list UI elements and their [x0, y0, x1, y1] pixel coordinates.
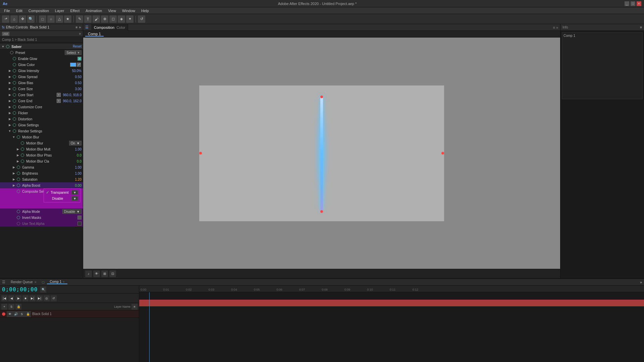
- saber-group-header[interactable]: ▼ Saber Reset: [0, 44, 83, 50]
- tl-solo-all[interactable]: ≡: [131, 304, 138, 310]
- tl-lock[interactable]: 🔒: [15, 304, 21, 310]
- comp1-menu[interactable]: ≡: [63, 280, 64, 284]
- panel-menu-icon[interactable]: ≡: [76, 25, 78, 29]
- invert-masks-checkbox[interactable]: [77, 216, 82, 220]
- home-btn[interactable]: ⌂: [10, 15, 18, 23]
- menu-window[interactable]: Window: [119, 8, 138, 13]
- mb-cla-value[interactable]: 0.0: [77, 160, 82, 163]
- brush-tool-btn[interactable]: 🖌: [93, 15, 100, 23]
- render-queue-tab[interactable]: Render Queue ✕: [8, 280, 40, 284]
- customize-core-row[interactable]: ▶ Customize Core: [0, 104, 83, 110]
- rot-tool-btn[interactable]: ↺: [138, 15, 145, 23]
- layer-solo[interactable]: S: [19, 311, 25, 317]
- disable-dropdown[interactable]: ▼: [71, 196, 78, 201]
- rect-tool-btn[interactable]: □: [39, 15, 46, 23]
- tl-ram-preview[interactable]: ◎: [44, 295, 50, 301]
- glow-bias-value[interactable]: 0.50: [75, 81, 82, 85]
- text-tool-btn[interactable]: T: [84, 15, 92, 23]
- render-settings-row[interactable]: ▼ Render Settings: [0, 128, 83, 134]
- expand-arrows[interactable]: »: [79, 32, 81, 36]
- transparent-dropdown[interactable]: ▼: [71, 190, 78, 195]
- new-comp-btn[interactable]: ⬏: [2, 15, 9, 23]
- layer-bar[interactable]: [139, 300, 644, 306]
- use-text-alpha-checkbox[interactable]: [77, 222, 82, 226]
- tl-new-layer[interactable]: +: [1, 304, 7, 310]
- glow-color-swatch[interactable]: [70, 63, 76, 67]
- menu-layer[interactable]: Layer: [52, 8, 67, 13]
- mb-phas-value[interactable]: 0.0: [77, 154, 82, 157]
- playhead[interactable]: [149, 292, 150, 362]
- flicker-row[interactable]: ▶ Flicker: [0, 110, 83, 116]
- clone-tool-btn[interactable]: ⊕: [101, 15, 108, 23]
- tl-first-frame[interactable]: |◀: [1, 295, 7, 301]
- poly-tool-btn[interactable]: △: [56, 15, 63, 23]
- tl-next-frame[interactable]: ▶|: [30, 295, 36, 301]
- menu-composition[interactable]: Composition: [26, 8, 52, 13]
- roto-tool-btn[interactable]: ◈: [118, 15, 125, 23]
- enable-glow-checkbox[interactable]: [77, 57, 82, 61]
- menu-view[interactable]: View: [105, 8, 119, 13]
- panel-expand-icon[interactable]: »: [79, 25, 81, 29]
- layer-lock[interactable]: 🔒: [25, 311, 31, 317]
- menu-edit[interactable]: Edit: [13, 8, 25, 13]
- composite-option-transparent[interactable]: ✓ Transparent ▼: [44, 189, 80, 195]
- puppet-tool-btn[interactable]: ✦: [126, 15, 133, 23]
- glow-intensity-value[interactable]: 50.0%: [72, 69, 82, 73]
- brightness-value[interactable]: 1.00: [75, 172, 82, 175]
- saturation-value[interactable]: 1.20: [75, 178, 82, 181]
- maximize-btn[interactable]: □: [631, 1, 635, 6]
- tl-stop[interactable]: ■: [22, 295, 29, 301]
- glow-intensity-row: ▶ Glow Intensity 50.0%: [0, 68, 83, 74]
- motion-blur-dropdown[interactable]: On ▼: [69, 141, 82, 145]
- star-tool-btn[interactable]: ★: [64, 15, 71, 23]
- glow-spread-value[interactable]: 0.50: [75, 75, 82, 79]
- rq-close[interactable]: ✕: [34, 281, 37, 284]
- motion-blur-group-row[interactable]: ▼ Motion Blur: [0, 134, 83, 140]
- vp-zoom-fit[interactable]: ⊡: [109, 270, 116, 277]
- eraser-tool-btn[interactable]: ◻: [109, 15, 117, 23]
- core-end-value[interactable]: 960.0, 162.0: [63, 99, 82, 103]
- core-size-value[interactable]: 3.00: [75, 87, 82, 91]
- core-start-value[interactable]: 960.0, 918.0: [63, 93, 82, 97]
- mb-mult-value[interactable]: 1.00: [75, 147, 82, 151]
- gamma-value[interactable]: 1.00: [75, 166, 82, 169]
- alpha-boost-value[interactable]: 0.00: [75, 184, 82, 187]
- distortion-row[interactable]: ▶ Distortion: [0, 116, 83, 122]
- tl-solo[interactable]: S: [8, 304, 14, 310]
- preset-dropdown[interactable]: Select ▼: [65, 50, 82, 55]
- tl-search-btn[interactable]: 🔍: [40, 287, 46, 293]
- tl-play[interactable]: ▶: [15, 295, 21, 301]
- hand-tool-btn[interactable]: ✥: [19, 15, 26, 23]
- menu-file[interactable]: File: [1, 8, 13, 13]
- ellipse-tool-btn[interactable]: ○: [47, 15, 55, 23]
- vp-audio-btn[interactable]: ♪: [85, 270, 92, 277]
- composite-option-disable[interactable]: Disable ▼: [44, 195, 80, 201]
- menu-effect[interactable]: Effect: [67, 8, 82, 13]
- tl-last-frame[interactable]: ▶|: [37, 295, 43, 301]
- vp-grid-btn[interactable]: ⊞: [101, 270, 108, 277]
- reset-button[interactable]: Reset: [73, 45, 82, 48]
- pen-tool-btn[interactable]: ✎: [76, 15, 83, 23]
- vp-preview-btn[interactable]: 👁: [93, 270, 100, 277]
- core-end-crosshair[interactable]: ⊕: [57, 99, 61, 103]
- right-panel-menu[interactable]: ≡: [640, 25, 642, 29]
- minimize-btn[interactable]: _: [625, 1, 629, 6]
- saber-effect: [308, 85, 335, 221]
- alpha-mode-dropdown[interactable]: Disable ▼: [62, 209, 82, 214]
- layer-visibility[interactable]: 👁: [7, 311, 13, 317]
- core-start-crosshair[interactable]: ⊕: [57, 93, 61, 97]
- menu-help[interactable]: Help: [139, 8, 152, 13]
- tl-loop[interactable]: ↺: [51, 295, 57, 301]
- glow-settings-row[interactable]: ▶ Glow Settings: [0, 122, 83, 128]
- close-btn[interactable]: ✕: [637, 1, 641, 6]
- menu-animation[interactable]: Animation: [83, 8, 105, 13]
- zoom-tool-btn[interactable]: 🔍: [27, 15, 35, 23]
- comp-tab-1[interactable]: Comp 1: [85, 32, 104, 37]
- layer-audio[interactable]: 🔊: [13, 311, 19, 317]
- tl-prev-frame[interactable]: ◀: [8, 295, 14, 301]
- comp1-tab[interactable]: Comp 1 ≡: [47, 280, 67, 284]
- motion-blur-dropdown-arrow: ▼: [76, 141, 80, 145]
- timeline-expand[interactable]: »: [640, 280, 642, 284]
- composition-tab[interactable]: Composition Color: [91, 24, 128, 31]
- glow-color-link[interactable]: 🔗: [77, 63, 81, 67]
